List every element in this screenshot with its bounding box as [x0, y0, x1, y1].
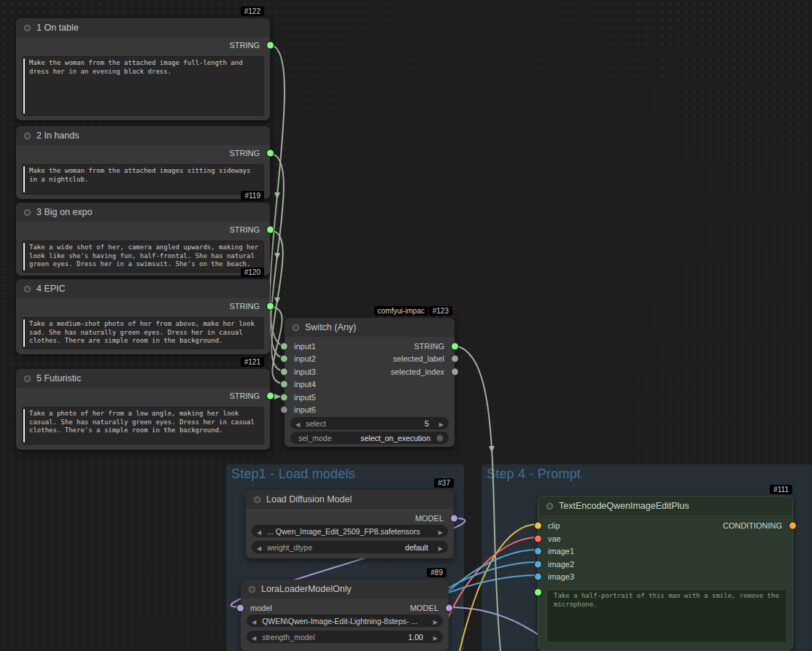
widget-decrement-arrow-icon[interactable] [257, 543, 261, 552]
selected-index-port[interactable] [452, 368, 458, 375]
collapse-dot-icon[interactable] [24, 209, 31, 216]
prompt-text-area[interactable]: Make the woman from the attached images … [22, 164, 264, 195]
model-output-port[interactable] [446, 605, 452, 612]
input-label: vae [548, 534, 561, 543]
model-output-port[interactable] [451, 515, 457, 522]
link-prompt2-to-input2 [270, 154, 285, 358]
node-lora-loader-model-only[interactable]: #89 LoraLoaderModelOnly model MODEL QWEN… [241, 580, 449, 651]
node-pack-badge: comfyui-impac [374, 306, 428, 316]
prompt-text-area[interactable]: Make the woman from the attached image f… [22, 56, 264, 116]
prompt-text-area[interactable]: Take a photo of her from a low angle, ma… [22, 407, 264, 445]
node-title-bar[interactable]: 2 In hands [16, 126, 270, 145]
string-output-port[interactable] [267, 393, 274, 399]
node-graph-canvas[interactable]: Step1 - Load models Step 4 - Prompt #122… [0, 0, 812, 651]
widget-increment-arrow-icon[interactable] [438, 527, 443, 536]
image2-input-port[interactable] [535, 561, 541, 567]
group-title[interactable]: Step 4 - Prompt [482, 464, 812, 484]
widget-increment-arrow-icon[interactable] [439, 419, 444, 428]
ckpt-name-widget[interactable]: ... Qwen_Image_Edit_2509_FP8.safetensors [252, 525, 448, 537]
widget-decrement-arrow-icon[interactable] [295, 419, 300, 428]
string-output-port[interactable] [452, 343, 458, 350]
widget-decrement-arrow-icon[interactable] [252, 617, 256, 625]
node-id-badge: #37 [434, 478, 454, 488]
collapse-dot-icon[interactable] [249, 586, 255, 593]
input5-port[interactable] [281, 394, 287, 400]
sel-mode-widget[interactable]: sel_mode select_on_execution [290, 432, 449, 444]
select-widget[interactable]: select 5 [290, 417, 449, 429]
input-label: input6 [294, 405, 316, 414]
input4-port[interactable] [281, 381, 287, 388]
prompt-input-port[interactable] [535, 589, 541, 596]
lora-name-widget[interactable]: QWEN\Qwen-Image-Edit-Lightning-8steps- .… [247, 615, 443, 627]
prompt-text-area[interactable]: Take a half-portrait of this man with a … [546, 589, 787, 643]
widget-decrement-arrow-icon[interactable] [257, 527, 261, 536]
node-title-bar[interactable]: 4 EPIC [16, 279, 270, 298]
input-label: input4 [294, 380, 316, 389]
widget-increment-arrow-icon[interactable] [433, 633, 438, 642]
input-label: input5 [294, 393, 316, 402]
collapse-dot-icon[interactable] [24, 286, 31, 292]
weight-dtype-widget[interactable]: weight_dtype default [252, 541, 448, 553]
node-text-encode-qwen-image-edit-plus[interactable]: #111 TextEncodeQwenImageEditPlus clip CO… [538, 496, 793, 651]
output-label: STRING [414, 342, 444, 351]
string-output-port[interactable] [267, 303, 274, 310]
group-title[interactable]: Step1 - Load models [226, 464, 464, 484]
string-output-port[interactable] [267, 150, 274, 157]
node-title-bar[interactable]: Switch (Any) [285, 318, 455, 337]
output-label: STRING [229, 302, 260, 311]
node-prompt-3-big-on-expo[interactable]: #119 3 Big on expo STRING Take a wide sh… [16, 203, 270, 276]
node-prompt-1-on-table[interactable]: #122 1 On table STRING Make the woman fr… [16, 18, 270, 120]
collapse-dot-icon[interactable] [24, 133, 31, 139]
output-label: selected_index [391, 367, 444, 376]
node-title-bar[interactable]: LoraLoaderModelOnly [241, 580, 449, 599]
node-prompt-2-in-hands[interactable]: 2 In hands STRING Make the woman from th… [16, 126, 270, 199]
node-title-bar[interactable]: 5 Futuristic [16, 369, 270, 388]
widget-label: strength_model [262, 633, 314, 642]
input2-port[interactable] [281, 356, 287, 362]
widget-label: weight_dtype [267, 543, 312, 552]
input6-port[interactable] [281, 407, 287, 413]
collapse-dot-icon[interactable] [254, 496, 260, 503]
node-prompt-5-futuristic[interactable]: #121 5 Futuristic STRING Take a photo of… [16, 369, 270, 450]
collapse-dot-icon[interactable] [293, 324, 299, 331]
widget-value: 5 [425, 419, 429, 428]
collapse-dot-icon[interactable] [24, 375, 31, 382]
string-output-port[interactable] [267, 42, 274, 49]
node-prompt-4-epic[interactable]: #120 4 EPIC STRING Take a medium-shot ph… [16, 279, 270, 354]
image3-input-port[interactable] [535, 574, 541, 580]
node-title: Switch (Any) [305, 322, 356, 332]
selected-label-port[interactable] [452, 356, 458, 362]
output-label: CONDITIONING [723, 521, 782, 530]
node-title-bar[interactable]: TextEncodeQwenImageEditPlus [538, 496, 792, 515]
node-title-bar[interactable]: 3 Big on expo [16, 203, 270, 222]
model-input-port[interactable] [237, 605, 244, 612]
input3-port[interactable] [281, 368, 287, 375]
node-title: LoraLoaderModelOnly [261, 584, 352, 594]
node-title: 5 Futuristic [36, 373, 81, 383]
string-output-port[interactable] [267, 227, 274, 233]
image1-input-port[interactable] [535, 548, 541, 555]
node-title-bar[interactable]: Load Diffusion Model [246, 490, 454, 509]
collapse-dot-icon[interactable] [24, 25, 31, 31]
input1-port[interactable] [281, 343, 287, 350]
widget-decrement-arrow-icon[interactable] [252, 633, 256, 642]
strength-model-widget[interactable]: strength_model 1.00 [247, 631, 443, 643]
node-title: 3 Big on expo [36, 207, 92, 217]
prompt-text-area[interactable]: Take a wide shot of her, camera angled u… [22, 241, 264, 273]
node-title: TextEncodeQwenImageEditPlus [559, 501, 689, 511]
widget-increment-arrow-icon[interactable] [438, 543, 443, 552]
conditioning-output-port[interactable] [789, 523, 796, 529]
collapse-dot-icon[interactable] [546, 503, 553, 510]
prompt-text-area[interactable]: Take a medium-shot photo of her from abo… [22, 317, 264, 349]
clip-input-port[interactable] [535, 523, 541, 529]
node-id-badge: #122 [241, 7, 264, 16]
output-label: selected_label [393, 354, 444, 363]
vae-input-port[interactable] [535, 535, 541, 542]
widget-increment-arrow-icon[interactable] [433, 617, 438, 625]
widget-label: sel_mode [298, 434, 332, 443]
node-title-bar[interactable]: 1 On table [16, 18, 270, 37]
node-switch-any[interactable]: comfyui-impac #123 Switch (Any) input1 S… [285, 318, 455, 447]
output-label: MODEL [410, 604, 438, 612]
node-load-diffusion-model[interactable]: #37 Load Diffusion Model MODEL ... Qwen_… [246, 490, 454, 558]
toggle-knob-icon[interactable] [436, 434, 444, 442]
